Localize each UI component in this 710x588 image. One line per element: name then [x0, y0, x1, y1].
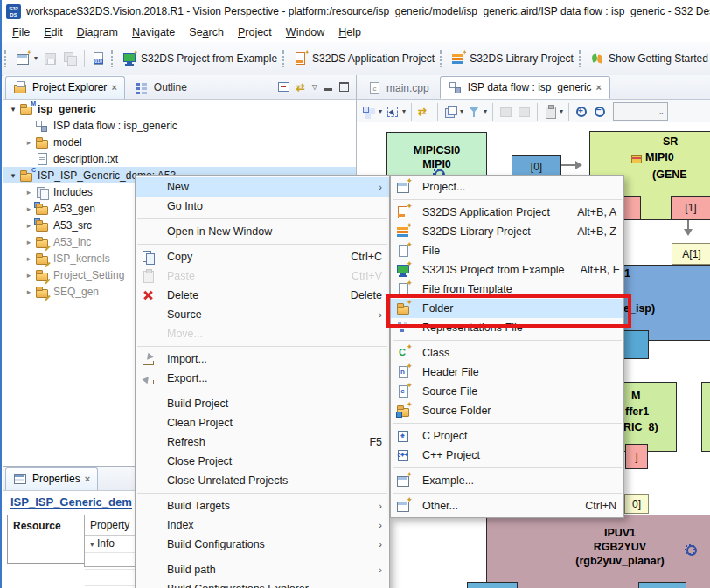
menu-item-build-configurations-explorer[interactable]: Build Configurations Explorer [136, 579, 389, 588]
menu-item-s32ds-project-from-example[interactable]: ✦S32DS Project from ExampleAlt+B, E [391, 260, 623, 280]
zoom-in-button[interactable] [573, 101, 591, 122]
chevron-right-icon[interactable]: ▸ [23, 138, 35, 147]
menu-item-s32ds-library-project[interactable]: ✦S32DS Library ProjectAlt+B, Z [391, 222, 623, 241]
menu-item-paste[interactable]: PasteCtrl+V [136, 266, 389, 286]
menu-item-s32ds-application-project[interactable]: ✦S32DS Application ProjectAlt+B, A [391, 203, 623, 222]
editor-tab-main-cpp[interactable]: .cmain.cpp [359, 78, 437, 99]
menu-window[interactable]: Window [279, 24, 331, 40]
s32ds-application-project-button[interactable]: ✦S32DS Application Project [291, 48, 437, 69]
menu-item-refresh[interactable]: RefreshF5 [136, 432, 389, 452]
view-menu-icon[interactable]: ▽ [312, 83, 317, 91]
menu-diagram[interactable]: Diagram [70, 24, 125, 40]
tab-outline[interactable]: Outline [127, 76, 195, 99]
new-wizard-button[interactable]: ✦▾ [13, 48, 40, 69]
filter-button[interactable]: ▾ [465, 101, 489, 122]
menu-item-folder[interactable]: ✦Folder [391, 299, 623, 318]
maximize-icon[interactable] [339, 82, 349, 92]
menu-item-close-unrelated-projects[interactable]: Close Unrelated Projects [136, 471, 389, 490]
zoom-level-combo[interactable]: ⌄ [613, 102, 668, 121]
chevron-down-icon[interactable]: ▾ [90, 540, 94, 549]
menu-item-export[interactable]: Export... [136, 369, 389, 388]
menu-item-build-targets[interactable]: Build Targets› [136, 496, 389, 515]
menu-item-file[interactable]: ✦File [391, 241, 623, 260]
tree-item-isp-data-flow-isp-generic[interactable]: ISP data flow : isp_generic [3, 117, 356, 134]
chevron-down-icon[interactable]: ▾ [402, 108, 406, 115]
menu-search[interactable]: Search [182, 24, 231, 40]
label-a1[interactable]: A[1] [672, 243, 710, 265]
menu-item-source-folder[interactable]: ✦Source Folder [391, 401, 623, 420]
port-teal[interactable] [621, 330, 649, 359]
paste-format-button[interactable]: ▾ [541, 101, 565, 122]
tab-resource[interactable]: Resource [7, 515, 84, 564]
menu-item-representations-file[interactable]: Representations File [391, 318, 623, 337]
tree-item-isp-generic[interactable]: ▾Misp_generic [3, 100, 356, 117]
tab-project-explorer[interactable]: Project Explorer× [5, 76, 125, 99]
block-ipuv1[interactable]: IPUV1RGB2YUV(rgb2yuv_planar) [486, 515, 710, 588]
chevron-down-icon[interactable]: ▾ [34, 55, 38, 62]
layers-button[interactable]: ▾ [442, 101, 465, 122]
block-green-right[interactable] [701, 382, 710, 452]
menu-item-move[interactable]: Move... [136, 324, 389, 343]
tree-item-description-txt[interactable]: description.txt [3, 150, 356, 167]
chevron-down-icon[interactable]: ▾ [484, 108, 487, 115]
show-getting-started-page-button[interactable]: Show Getting Started Page [588, 48, 710, 69]
chevron-right-icon[interactable]: ▸ [23, 188, 35, 197]
s32ds-library-project-button[interactable]: ✦S32DS Library Project [449, 48, 576, 69]
chevron-down-icon[interactable]: ▾ [7, 105, 19, 114]
menu-item-delete[interactable]: DeleteDelete [136, 286, 389, 305]
close-icon[interactable]: × [596, 83, 602, 93]
menu-item-index[interactable]: Index› [136, 515, 389, 535]
menu-item-project[interactable]: ✦Project... [391, 177, 623, 197]
menu-item-other[interactable]: ✦Other...Ctrl+N [391, 496, 623, 515]
binary-file-button[interactable] [88, 48, 108, 69]
chevron-right-icon[interactable]: ▸ [23, 271, 35, 280]
s32ds-project-from-example-button[interactable]: ✦S32DS Project from Example [120, 48, 280, 69]
menu-item-example[interactable]: ✦Example... [391, 471, 623, 490]
link-with-editor-icon[interactable]: ⇄ [296, 82, 305, 93]
layout-button[interactable]: ▾ [360, 101, 384, 122]
menu-item-c-project[interactable]: c++✦C++ Project [391, 446, 623, 465]
menu-item-close-project[interactable]: Close Project [136, 452, 389, 471]
select-mode-button[interactable]: ▾ [384, 101, 407, 122]
chevron-right-icon[interactable]: ▸ [23, 254, 35, 263]
port-pink-b[interactable]: ] [625, 444, 648, 469]
editor-tab-isp-data-flow-isp-generic[interactable]: ISP data flow : isp_generic× [440, 76, 610, 99]
close-icon[interactable]: × [111, 83, 116, 93]
chevron-down-icon[interactable]: ▾ [379, 108, 382, 115]
menu-project[interactable]: Project [231, 24, 279, 40]
menu-item-new[interactable]: New› [136, 177, 389, 197]
chevron-down-icon[interactable]: ▾ [7, 171, 19, 180]
chevron-down-icon[interactable]: ▾ [460, 108, 463, 115]
menu-help[interactable]: Help [331, 24, 368, 40]
label-0[interactable]: 0] [624, 494, 649, 514]
port-ipuv1-out1[interactable] [467, 582, 518, 588]
chevron-right-icon[interactable]: ▸ [23, 204, 35, 213]
refresh-diagram-button[interactable]: ⇄ [415, 101, 434, 122]
chevron-right-icon[interactable]: ▸ [23, 238, 35, 246]
menu-item-build-project[interactable]: Build Project [136, 394, 389, 413]
collapse-all-icon[interactable] [278, 82, 289, 92]
minimize-icon[interactable] [324, 88, 332, 91]
port-1[interactable]: [1] [671, 196, 710, 220]
menu-item-import[interactable]: Import... [136, 349, 389, 369]
menu-navigate[interactable]: Navigate [125, 24, 182, 40]
close-icon[interactable]: × [85, 474, 90, 484]
zoom-out-button[interactable] [591, 101, 609, 122]
menu-file[interactable]: File [5, 24, 37, 40]
menu-item-file-from-template[interactable]: ✦File from Template [391, 280, 623, 299]
menu-item-source[interactable]: Source› [136, 305, 389, 324]
menu-item-header-file[interactable]: h✦Header File [391, 363, 623, 382]
menu-item-class[interactable]: C✦Class [391, 343, 623, 363]
menu-item-c-project[interactable]: c✦C Project [391, 426, 623, 446]
chevron-right-icon[interactable]: ▸ [23, 287, 35, 296]
menu-item-clean-project[interactable]: Clean Project [136, 413, 389, 432]
tree-item-model[interactable]: ▸model [3, 134, 356, 150]
menu-item-source-file[interactable]: c✦Source File [391, 382, 623, 401]
chevron-down-icon[interactable]: ▾ [560, 108, 563, 115]
menu-edit[interactable]: Edit [37, 24, 70, 40]
chevron-right-icon[interactable]: ▸ [23, 221, 35, 230]
port-ipuv1-out2[interactable] [638, 582, 686, 588]
tab-properties[interactable]: Properties × [5, 467, 98, 490]
menu-item-build-path[interactable]: Build path› [136, 560, 389, 579]
menu-item-go-into[interactable]: Go Into [136, 197, 389, 216]
